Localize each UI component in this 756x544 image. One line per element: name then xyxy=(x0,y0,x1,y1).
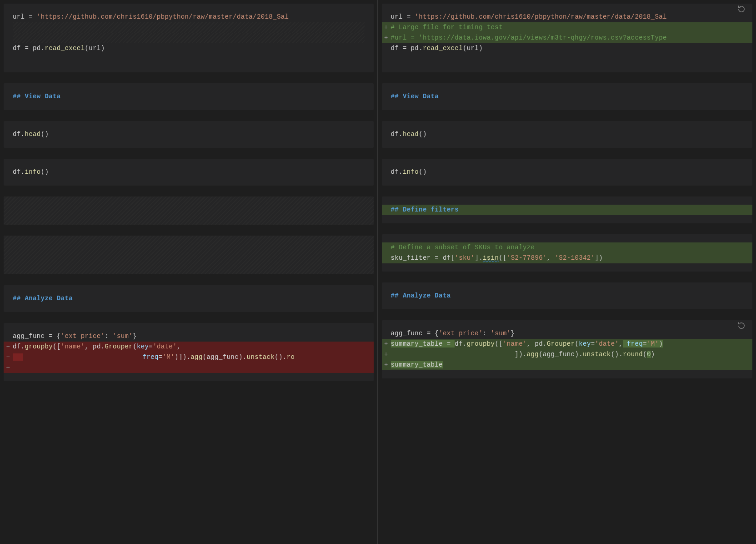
code-cell[interactable]: # Define a subset of SKUs to analyzesku_… xyxy=(382,234,753,272)
revert-icon[interactable] xyxy=(737,321,746,330)
diff-container: url = 'https://github.com/chris1610/pbpy… xyxy=(0,0,756,544)
removed-marker: − xyxy=(5,342,12,352)
code-cell[interactable]: url = 'https://github.com/chris1610/pbpy… xyxy=(4,4,374,72)
code-line[interactable]: # Define a subset of SKUs to analyze xyxy=(382,242,753,253)
code-line[interactable]: df.head() xyxy=(13,129,365,140)
code-cell[interactable]: url = 'https://github.com/chris1610/pbpy… xyxy=(382,4,753,72)
hatched-placeholder-block xyxy=(4,196,374,225)
code-cell[interactable]: df.info() xyxy=(382,159,753,186)
hatched-placeholder-block xyxy=(4,236,374,274)
code-line[interactable]: −− xyxy=(4,363,374,373)
added-marker: + xyxy=(383,22,390,33)
code-line[interactable]: df.head() xyxy=(391,129,744,140)
code-line[interactable]: df = pd.read_excel(url) xyxy=(13,43,365,54)
code-line[interactable]: url = 'https://github.com/chris1610/pbpy… xyxy=(13,12,365,22)
code-line[interactable]: − freq='M')]).agg(agg_func).unstack().ro xyxy=(4,352,374,363)
code-cell[interactable]: df.head() xyxy=(4,121,374,148)
code-line[interactable]: sku_filter = df['sku'].isin(['S2-77896',… xyxy=(382,253,753,263)
markdown-heading: ## Analyze Data xyxy=(13,293,365,304)
added-marker: + xyxy=(383,360,390,370)
code-line[interactable]: +#url = 'https://data.iowa.gov/api/views… xyxy=(382,33,753,43)
markdown-cell[interactable]: ## Analyze Data xyxy=(382,282,753,309)
code-line[interactable]: agg_func = {'ext price': 'sum'} xyxy=(382,328,753,339)
code-line[interactable]: +summary_table = df.groupby(['name', pd.… xyxy=(382,339,753,349)
markdown-cell[interactable]: ## View Data xyxy=(382,83,753,110)
code-line[interactable]: df.info() xyxy=(391,167,744,177)
hatched-placeholder xyxy=(13,33,365,43)
added-marker: + xyxy=(383,349,390,360)
right-pane: url = 'https://github.com/chris1610/pbpy… xyxy=(378,0,756,544)
markdown-heading: ## View Data xyxy=(391,91,744,102)
code-line[interactable]: + ]).agg(agg_func).unstack().round(0) xyxy=(382,349,753,360)
markdown-heading: ## Define filters xyxy=(382,205,753,215)
removed-marker: − xyxy=(5,352,12,363)
code-line[interactable]: −df.groupby(['name', pd.Grouper(key='dat… xyxy=(4,342,374,352)
left-pane: url = 'https://github.com/chris1610/pbpy… xyxy=(0,0,378,544)
markdown-heading: ## View Data xyxy=(13,91,365,102)
markdown-heading: ## Analyze Data xyxy=(391,291,744,301)
code-cell[interactable]: df.head() xyxy=(382,121,753,148)
removed-marker: − xyxy=(5,363,12,373)
code-line[interactable]: agg_func = {'ext price': 'sum'} xyxy=(4,331,374,342)
code-line[interactable]: df.info() xyxy=(13,167,365,177)
markdown-cell[interactable]: ## Analyze Data xyxy=(4,285,374,312)
added-marker: + xyxy=(383,33,390,43)
added-marker: + xyxy=(383,339,390,349)
code-cell[interactable]: df.info() xyxy=(4,159,374,186)
markdown-cell[interactable]: ## Define filters xyxy=(382,196,753,223)
code-line[interactable]: df = pd.read_excel(url) xyxy=(382,43,753,54)
hatched-placeholder xyxy=(13,22,365,33)
code-line[interactable]: +summary_table xyxy=(382,360,753,370)
code-line[interactable]: url = 'https://github.com/chris1610/pbpy… xyxy=(382,12,753,22)
code-cell[interactable]: agg_func = {'ext price': 'sum'}−df.group… xyxy=(4,323,374,381)
revert-icon[interactable] xyxy=(737,5,746,14)
markdown-cell[interactable]: ## View Data xyxy=(4,83,374,110)
code-cell[interactable]: agg_func = {'ext price': 'sum'}+summary_… xyxy=(382,320,753,378)
code-line[interactable]: +# Large file for timing test xyxy=(382,22,753,33)
